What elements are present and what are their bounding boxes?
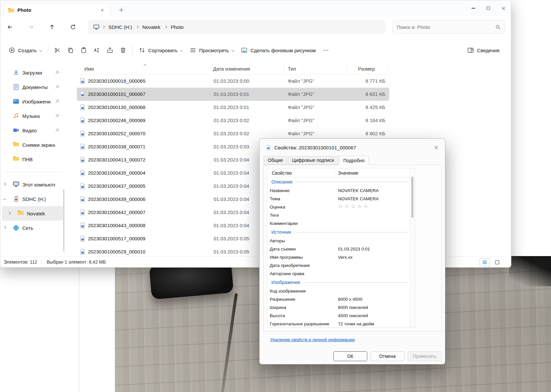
rating-stars[interactable]: ☆☆☆☆☆ bbox=[338, 203, 370, 209]
view-button[interactable]: Просмотреть bbox=[186, 44, 238, 57]
cancel-button[interactable]: Отмена bbox=[371, 351, 404, 361]
sidebar-item-pnv[interactable]: ПНВ bbox=[0, 152, 65, 166]
chevron-right-icon[interactable] bbox=[8, 212, 11, 214]
dialog-scrollbar-thumb[interactable] bbox=[411, 177, 413, 218]
address-bar[interactable]: SDHC (H:) Novatek Photo bbox=[88, 20, 385, 33]
sidebar-item-documents[interactable]: Документы bbox=[0, 80, 65, 94]
sort-button[interactable]: Сортировать bbox=[135, 44, 186, 57]
jpg-file-icon bbox=[80, 130, 85, 137]
column-header-size[interactable]: Размер bbox=[358, 63, 375, 75]
property-row[interactable]: Дата приобретения bbox=[267, 261, 410, 270]
property-row[interactable]: Авторы bbox=[267, 237, 410, 245]
jpg-file-icon bbox=[80, 235, 85, 242]
music-icon bbox=[13, 113, 19, 119]
file-date: 01.03.2023 0:05 bbox=[214, 232, 249, 245]
thumbnail-view-button[interactable] bbox=[492, 258, 502, 266]
property-row[interactable]: НазваниеNOVATEK CAMERA bbox=[267, 186, 410, 195]
file-name: 20230301000246_000069 bbox=[88, 114, 145, 127]
search-input[interactable] bbox=[397, 24, 495, 30]
property-row[interactable]: Высота4500 пикселей bbox=[267, 312, 410, 320]
maximize-button[interactable] bbox=[481, 0, 496, 16]
sidebar-item-sdhc[interactable]: SDHC (H:) bbox=[0, 192, 65, 206]
dialog-scrollbar[interactable] bbox=[410, 168, 415, 327]
property-row[interactable]: ТемаNOVATEK CAMERA bbox=[267, 195, 410, 203]
sidebar-item-downloads[interactable]: Загрузки bbox=[0, 65, 65, 80]
table-row[interactable]: 20230301000016_000065 01.03.2023 0:00 Фа… bbox=[77, 75, 389, 88]
property-row[interactable]: Разрешение8000 x 4500 bbox=[267, 295, 410, 303]
apply-button[interactable]: Применить bbox=[408, 351, 441, 361]
property-row[interactable]: Дата съемки01.03.2023 0:01 bbox=[267, 245, 410, 253]
property-row-rating[interactable]: Оценка☆☆☆☆☆ bbox=[267, 203, 410, 211]
tab-digital-signatures[interactable]: Цифровые подписи bbox=[288, 156, 338, 165]
sidebar-scrollbar[interactable] bbox=[63, 189, 64, 251]
refresh-button[interactable] bbox=[67, 21, 79, 33]
details-view-button[interactable] bbox=[479, 258, 490, 266]
sidebar-item-music[interactable]: Музыка bbox=[0, 109, 65, 123]
property-row[interactable]: Теги bbox=[267, 211, 410, 219]
property-name: Авторы bbox=[270, 238, 285, 243]
column-header-date[interactable]: Дата изменения bbox=[213, 63, 250, 75]
column-divider[interactable] bbox=[284, 66, 284, 72]
new-tab-button[interactable] bbox=[117, 5, 126, 14]
chevron-right-icon[interactable] bbox=[3, 226, 6, 229]
dialog-title-bar[interactable]: Свойства: 20230301000101_000067 bbox=[260, 139, 445, 156]
paste-button[interactable] bbox=[77, 44, 90, 57]
tab-bar: Photo bbox=[0, 0, 511, 17]
floor-plank-shadow bbox=[221, 293, 238, 392]
sidebar-item-novatek[interactable]: Novatek bbox=[2, 206, 63, 221]
property-name: Оценка bbox=[270, 205, 285, 209]
tab-photo[interactable]: Photo bbox=[4, 3, 111, 17]
ok-button[interactable]: ОК bbox=[333, 351, 367, 361]
up-button[interactable] bbox=[46, 21, 58, 33]
table-row[interactable]: 20230301000101_000067 01.03.2023 0:01 Фа… bbox=[77, 88, 389, 101]
tab-general[interactable]: Общие bbox=[264, 156, 287, 165]
selection-summary: Выбран 1 элемент: 8,42 МБ bbox=[47, 259, 106, 265]
property-row[interactable]: Авторские права bbox=[267, 270, 410, 278]
dialog-close-icon[interactable] bbox=[430, 142, 442, 153]
column-divider[interactable] bbox=[211, 66, 211, 72]
breadcrumb-sdhc[interactable]: SDHC (H:) bbox=[109, 24, 132, 30]
back-button[interactable] bbox=[4, 21, 16, 33]
tab-details[interactable]: Подробно bbox=[339, 156, 369, 165]
table-row[interactable]: 20230301000252_000070 01.03.2023 0:02 Фа… bbox=[77, 127, 389, 140]
sidebar-item-videos[interactable]: Видео bbox=[0, 123, 65, 138]
breadcrumb-photo[interactable]: Photo bbox=[171, 24, 183, 30]
more-options-icon[interactable] bbox=[319, 44, 332, 57]
sidebar-item-screenshots[interactable]: Снимки экрана bbox=[0, 138, 65, 152]
property-row[interactable]: Комментарии bbox=[267, 219, 410, 228]
sidebar-item-pictures[interactable]: Изображени bbox=[0, 94, 65, 109]
property-row[interactable]: Код изображения bbox=[267, 287, 410, 295]
column-header-type[interactable]: Тип bbox=[288, 63, 296, 75]
breadcrumb-novatek[interactable]: Novatek bbox=[142, 24, 160, 30]
delete-button[interactable] bbox=[117, 44, 130, 57]
minimize-button[interactable] bbox=[466, 0, 481, 16]
sidebar-item-this-pc[interactable]: Этот компьютер bbox=[0, 177, 65, 192]
new-button[interactable]: Создать bbox=[5, 44, 45, 57]
table-row[interactable]: 20230301000246_000069 01.03.2023 0:02 Фа… bbox=[77, 114, 389, 127]
share-button[interactable] bbox=[103, 44, 117, 57]
property-row[interactable]: Горизонтальное разрешение72 точек на дюй… bbox=[267, 320, 410, 328]
close-button[interactable] bbox=[496, 0, 511, 16]
rename-button[interactable] bbox=[90, 44, 103, 57]
column-divider[interactable] bbox=[347, 66, 347, 72]
property-row[interactable]: Имя программыVerx.xx bbox=[267, 253, 410, 261]
details-pane-button[interactable]: Сведения bbox=[464, 44, 503, 57]
jpg-file-icon bbox=[80, 78, 85, 84]
pictures-icon bbox=[13, 98, 19, 105]
property-row[interactable]: Ширина8000 пикселей bbox=[267, 303, 410, 312]
sidebar-item-network[interactable]: Сеть bbox=[0, 221, 65, 235]
tab-close-icon[interactable] bbox=[98, 6, 106, 14]
sort-icon bbox=[139, 47, 145, 54]
table-row[interactable]: 20230301000130_000068 01.03.2023 0:01 Фа… bbox=[77, 101, 389, 114]
set-wallpaper-button[interactable]: Сделать фоновым рисунком bbox=[237, 44, 319, 57]
column-header-name[interactable]: Имя bbox=[84, 63, 94, 75]
sidebar-item-label: Снимки экрана bbox=[22, 142, 55, 148]
chevron-right-icon[interactable] bbox=[3, 183, 6, 185]
cut-button[interactable] bbox=[51, 44, 64, 57]
column-divider[interactable] bbox=[388, 66, 388, 72]
search-box[interactable] bbox=[392, 20, 505, 33]
forward-button[interactable] bbox=[25, 21, 37, 33]
copy-button[interactable] bbox=[64, 44, 77, 57]
remove-properties-link[interactable]: Удаление свойств и личной информации bbox=[270, 337, 355, 342]
chevron-down-icon[interactable] bbox=[3, 197, 6, 200]
